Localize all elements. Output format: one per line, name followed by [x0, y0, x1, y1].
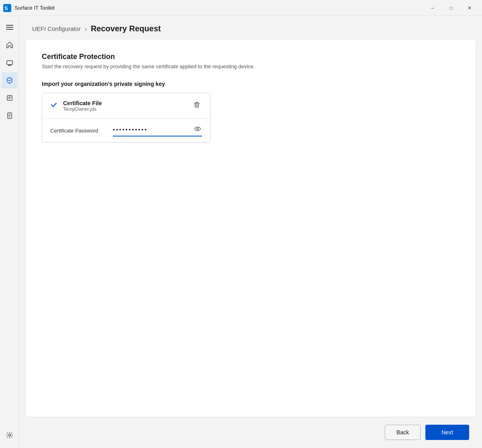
cert-password-label: Certificate Password — [50, 128, 106, 134]
cert-file-info: Certificate File TempOwner.pfx — [63, 100, 186, 112]
main-content: UEFI Configurator › Recovery Request Cer… — [19, 16, 482, 448]
next-button[interactable]: Next — [425, 425, 469, 440]
svg-rect-5 — [7, 61, 12, 65]
cert-file-name: TempOwner.pfx — [63, 106, 186, 112]
window-controls: – □ ✕ — [423, 2, 479, 14]
sidebar-item-devices[interactable] — [2, 55, 18, 71]
section-title: Certificate Protection — [42, 53, 460, 61]
breadcrumb-separator: › — [85, 25, 87, 32]
app-title: Surface IT Toolkit — [14, 5, 55, 11]
minimize-button[interactable]: – — [423, 2, 442, 14]
close-button[interactable]: ✕ — [460, 2, 479, 14]
sidebar-item-packages[interactable] — [2, 90, 18, 106]
app-body: UEFI Configurator › Recovery Request Cer… — [0, 16, 482, 448]
sidebar-item-settings[interactable] — [2, 427, 18, 443]
svg-point-15 — [197, 128, 198, 130]
maximize-button[interactable]: □ — [442, 2, 460, 14]
back-button[interactable]: Back — [385, 425, 421, 440]
footer-bar: Back Next — [19, 417, 482, 448]
cert-file-label: Certificate File — [63, 100, 186, 106]
cert-password-input-wrap — [113, 124, 202, 136]
content-area: Certificate Protection Start the recover… — [26, 40, 476, 417]
delete-certificate-button[interactable] — [192, 100, 202, 112]
app-icon: S — [3, 4, 11, 12]
svg-rect-3 — [6, 27, 13, 28]
breadcrumb: UEFI Configurator › Recovery Request — [19, 16, 482, 40]
svg-point-13 — [8, 434, 10, 436]
svg-text:S: S — [4, 5, 8, 11]
certificate-password-row: Certificate Password — [42, 119, 210, 142]
sidebar-item-uefi[interactable] — [2, 72, 18, 88]
breadcrumb-parent[interactable]: UEFI Configurator — [32, 25, 81, 32]
title-bar-left: S Surface IT Toolkit — [3, 4, 55, 12]
cert-check-icon — [50, 101, 57, 110]
sidebar-item-home[interactable] — [2, 37, 18, 53]
certificate-file-row: Certificate File TempOwner.pfx — [42, 93, 210, 119]
breadcrumb-current: Recovery Request — [91, 24, 161, 33]
svg-rect-2 — [6, 25, 13, 26]
certificate-card: Certificate File TempOwner.pfx — [42, 93, 210, 143]
sidebar-item-reports[interactable] — [2, 108, 18, 124]
svg-rect-8 — [7, 96, 12, 100]
import-label: Import your organization's private signi… — [42, 81, 460, 87]
title-bar: S Surface IT Toolkit – □ ✕ — [0, 0, 482, 16]
toggle-password-visibility-button[interactable] — [193, 124, 202, 135]
certificate-password-input[interactable] — [113, 126, 191, 133]
svg-rect-4 — [6, 29, 13, 30]
svg-point-14 — [195, 127, 200, 131]
section-description: Start the recovery request by providing … — [42, 63, 460, 69]
sidebar — [0, 16, 19, 448]
sidebar-item-menu[interactable] — [2, 19, 18, 35]
